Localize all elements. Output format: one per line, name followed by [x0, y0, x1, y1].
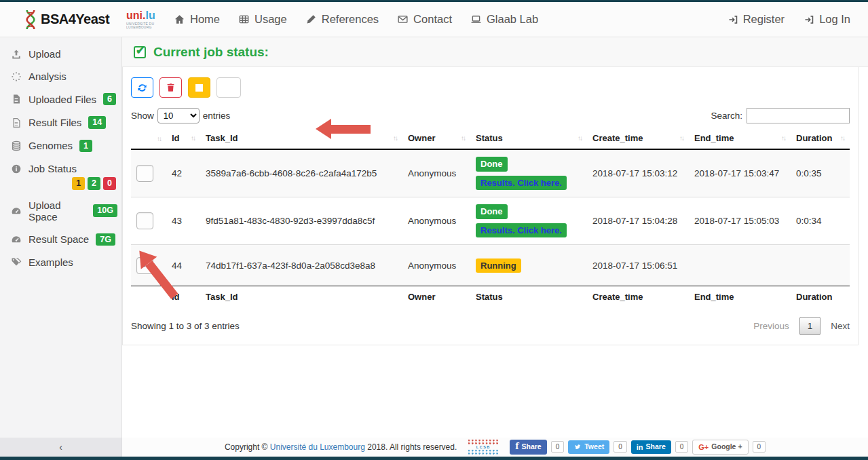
- end-time-cell: 2018-07-17 15:03:47: [689, 149, 791, 197]
- create-time-cell: 2018-07-17 15:06:51: [587, 245, 689, 286]
- page-header: ✔ Current job status:: [122, 37, 868, 67]
- column-header-select[interactable]: ↑↓: [131, 129, 166, 149]
- page-length-select[interactable]: 10: [157, 108, 200, 123]
- pagination-previous[interactable]: Previous: [753, 321, 789, 331]
- file-solid-icon: [11, 94, 22, 104]
- search-input[interactable]: [747, 108, 850, 123]
- sort-icon: ↑↓: [393, 134, 397, 142]
- sidebar-item-label: Job Status: [29, 163, 77, 174]
- sidebar-item-upload[interactable]: Upload: [0, 43, 121, 65]
- end-time-cell: [689, 245, 791, 286]
- uni-lu-wordmark: uni.lu: [126, 10, 155, 21]
- job-status-badges: 1 2 0: [0, 177, 121, 193]
- sort-icon: ↑↓: [461, 134, 465, 142]
- sidebar-item-label: Result Files: [29, 117, 81, 128]
- sidebar-item-upload-space[interactable]: Upload Space 10G: [0, 194, 121, 228]
- select-cell: [131, 197, 166, 245]
- status-badge: Done: [476, 204, 508, 219]
- sidebar-collapse-button[interactable]: ‹: [0, 438, 122, 457]
- space-badge: 10G: [93, 204, 117, 216]
- column-header-create-time[interactable]: Create_time↑↓: [587, 129, 689, 149]
- status-cell: DoneResults. Click here.: [470, 197, 587, 245]
- sidebar-item-label: Uploaded Files: [29, 94, 96, 105]
- id-cell: 42: [166, 149, 200, 197]
- row-checkbox[interactable]: [136, 212, 153, 229]
- row-checkbox-checked[interactable]: ✔: [136, 257, 153, 274]
- register-link[interactable]: Register: [728, 13, 785, 26]
- facebook-share-button[interactable]: fShare: [510, 440, 546, 455]
- login-link[interactable]: Log In: [804, 13, 850, 26]
- nav-link-home[interactable]: Home: [174, 13, 220, 26]
- pagination-page-1[interactable]: 1: [799, 317, 821, 335]
- sidebar-item-label: Genomes: [29, 140, 73, 151]
- column-header-task-id[interactable]: Task_Id↑↓: [200, 129, 402, 149]
- refresh-button[interactable]: [131, 77, 153, 98]
- sidebar-item-genomes[interactable]: Genomes 1: [0, 134, 121, 157]
- jobs-failed-badge: 0: [103, 177, 116, 189]
- duration-cell: [791, 245, 850, 286]
- delete-button[interactable]: [159, 77, 182, 98]
- sidebar-item-uploaded-files[interactable]: Uploaded Files 6: [0, 88, 121, 111]
- checkmark-icon: ✔: [139, 252, 153, 272]
- sidebar: Upload Analysis Uploaded Files 6 Result …: [0, 37, 122, 438]
- nav-auth: Register Log In: [728, 13, 850, 26]
- sidebar-item-examples[interactable]: Examples: [0, 251, 121, 273]
- info-circle-icon: [11, 164, 22, 174]
- footer-column-create-time: Create_time: [587, 286, 689, 308]
- nav-link-usage[interactable]: Usage: [238, 13, 287, 26]
- table-row: ✔4474db17f1-637a-423f-8d0a-2a058cd3e8a8A…: [131, 245, 850, 286]
- pagination-next[interactable]: Next: [831, 321, 850, 331]
- footer-column-select: [131, 286, 166, 308]
- nav-link-references[interactable]: References: [305, 13, 379, 26]
- page-length-control: Show10entries: [131, 108, 230, 123]
- login-label: Log In: [819, 13, 850, 26]
- owner-cell: Anonymous: [402, 245, 470, 286]
- stop-button[interactable]: [188, 77, 210, 98]
- tags-icon: [11, 256, 22, 267]
- results-link-badge[interactable]: Results. Click here.: [476, 223, 567, 238]
- sidebar-item-result-space[interactable]: Result Space 7G: [0, 228, 121, 251]
- googleplus-share-button[interactable]: G+Google +: [692, 440, 748, 455]
- register-label: Register: [743, 13, 785, 26]
- status-badge: Running: [476, 258, 521, 273]
- column-header-owner[interactable]: Owner↑↓: [402, 129, 470, 149]
- sort-icon: ↑↓: [191, 134, 195, 142]
- brand[interactable]: BSA4Yeast: [0, 9, 126, 30]
- table-info-bar: Showing 1 to 3 of 3 entries Previous 1 N…: [131, 317, 850, 338]
- column-header-duration[interactable]: Duration↑↓: [791, 129, 850, 149]
- row-checkbox[interactable]: [136, 165, 153, 182]
- table-header: ↑↓ Id↑↓ Task_Id↑↓ Owner↑↓ Status↑↓ Creat…: [131, 129, 850, 149]
- owner-cell: Anonymous: [402, 197, 470, 245]
- lcsb-logo: LCSB: [468, 439, 499, 455]
- sort-icon: ↑↓: [781, 134, 785, 142]
- chevron-left-icon: ‹: [59, 442, 62, 453]
- count-badge: 1: [79, 140, 92, 152]
- spinner-icon: [11, 71, 22, 82]
- main-content: ✔ Current job status: Show10entries: [122, 37, 868, 438]
- table-controls: Show10entries Search:: [131, 108, 850, 123]
- sidebar-item-analysis[interactable]: Analysis: [0, 65, 121, 88]
- sidebar-item-label: Upload Space: [29, 199, 86, 223]
- column-header-id[interactable]: Id↑↓: [166, 129, 200, 149]
- create-time-cell: 2018-07-17 15:03:12: [587, 149, 689, 197]
- twitter-bird-icon: [573, 443, 582, 451]
- space-badge: 7G: [96, 233, 115, 246]
- sidebar-item-label: Analysis: [29, 71, 67, 82]
- sort-icon: ↑↓: [157, 135, 161, 142]
- twitter-tweet-button[interactable]: Tweet: [568, 440, 609, 454]
- column-header-end-time[interactable]: End_time↑↓: [689, 129, 791, 149]
- university-link[interactable]: Université du Luxembourg: [270, 442, 365, 452]
- sidebar-item-result-files[interactable]: Result Files 14: [0, 111, 121, 134]
- blank-button[interactable]: [216, 77, 241, 98]
- table-row: 423589a7a6-6cbb-4608-8c26-c2afa4a172b5An…: [131, 149, 850, 197]
- nav-link-glaab-lab[interactable]: Glaab Lab: [470, 13, 538, 26]
- sidebar-item-label: Upload: [29, 48, 61, 60]
- uni-lu-logo: uni.lu UNIVERSITÉ DU LUXEMBOURG: [126, 10, 162, 29]
- results-link-badge[interactable]: Results. Click here.: [476, 176, 567, 191]
- copyright-text: Copyright © Université du Luxembourg 201…: [225, 442, 457, 452]
- nav-link-contact[interactable]: Contact: [397, 13, 452, 26]
- sign-in-icon: [804, 14, 814, 25]
- linkedin-share-button[interactable]: inShare: [631, 440, 671, 454]
- column-header-status[interactable]: Status↑↓: [470, 129, 587, 149]
- footer-column-status: Status: [470, 286, 587, 308]
